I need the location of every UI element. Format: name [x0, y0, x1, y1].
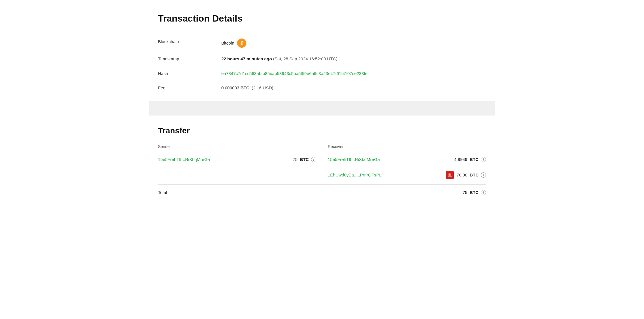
receiver1-address[interactable]: 15e5FrehT9...RiXbqMreGa — [328, 156, 380, 163]
timestamp-row: Timestamp 22 hours 47 minutes ago (Sat, … — [158, 52, 486, 66]
receiver2-amount: 🚨 70.00 BTC i — [446, 171, 486, 179]
transfer-title: Transfer — [158, 125, 486, 137]
timestamp-value: 22 hours 47 minutes ago (Sat, 28 Sep 202… — [221, 56, 486, 62]
receiver2-amount-value: 70.00 — [457, 172, 468, 178]
bitcoin-symbol: ₿ — [241, 40, 243, 47]
sender-header: Sender — [158, 144, 316, 152]
page-title: Transaction Details — [158, 11, 486, 25]
hash-link[interactable]: ea7847c7d1cc563abfb85eab53943c5ba5f59e6a… — [221, 71, 367, 76]
hash-label: Hash — [158, 70, 221, 77]
total-amount-value: 75 — [462, 189, 467, 196]
fee-btc: 0.000033 — [221, 85, 239, 90]
hash-value-container: ea7847c7d1cc563abfb85eab53943c5ba5f59e6a… — [221, 70, 486, 77]
receiver2-row: 1EhUwd8yEa...LPrnrQFsPL 🚨 70.00 BTC i — [328, 167, 486, 183]
transfer-section: Transfer Sender 15e5FrehT9...RiXbqMreGa … — [158, 125, 486, 201]
blockchain-label: Blockchain — [158, 39, 221, 45]
sender-amount: 75 BTC i — [293, 156, 316, 163]
section-divider — [149, 101, 495, 116]
total-amount-unit: BTC — [470, 189, 479, 196]
receiver1-amount: 4.9949 BTC i — [454, 156, 486, 163]
receiver2-info-icon[interactable]: i — [481, 172, 486, 178]
hash-row: Hash ea7847c7d1cc563abfb85eab53943c5ba5f… — [158, 66, 486, 81]
sender-amount-value: 75 — [293, 156, 298, 163]
receiver-column: Receiver 15e5FrehT9...RiXbqMreGa 4.9949 … — [322, 144, 486, 184]
receiver1-amount-unit: BTC — [470, 156, 479, 163]
receiver-rows: 15e5FrehT9...RiXbqMreGa 4.9949 BTC i 1Eh… — [328, 152, 486, 184]
timestamp-absolute: (Sat, 28 Sep 2024 16:52:09 UTC) — [273, 56, 337, 61]
timestamp-relative: 22 hours 47 minutes ago — [221, 56, 272, 61]
blockchain-row: Blockchain Bitcoin ₿ — [158, 34, 486, 52]
total-row: Total 75 BTC i — [158, 185, 486, 201]
fee-value: 0.000033 BTC (2.16 USD) — [221, 85, 486, 91]
details-section: Blockchain Bitcoin ₿ Timestamp 22 hours … — [158, 34, 486, 95]
blockchain-content: Bitcoin ₿ — [221, 39, 486, 48]
total-info-icon[interactable]: i — [481, 190, 486, 195]
fee-row: Fee 0.000033 BTC (2.16 USD) — [158, 81, 486, 95]
sender-address[interactable]: 15e5FrehT9...RiXbqMreGa — [158, 156, 210, 163]
receiver1-row: 15e5FrehT9...RiXbqMreGa 4.9949 BTC i — [328, 152, 486, 167]
transfer-grid: Sender 15e5FrehT9...RiXbqMreGa 75 BTC i … — [158, 144, 486, 184]
receiver-header: Receiver — [328, 144, 486, 152]
page-container: Transaction Details Blockchain Bitcoin ₿… — [149, 0, 495, 212]
blockchain-value: Bitcoin ₿ — [221, 39, 486, 48]
sender-info-icon[interactable]: i — [311, 157, 316, 162]
fee-label: Fee — [158, 85, 221, 91]
alert-icon: 🚨 — [446, 171, 454, 179]
sender-column: Sender 15e5FrehT9...RiXbqMreGa 75 BTC i — [158, 144, 322, 184]
total-amount: 75 BTC i — [462, 189, 486, 196]
total-label: Total — [158, 189, 167, 196]
fee-btc-unit: BTC — [241, 85, 249, 90]
blockchain-name: Bitcoin — [221, 40, 234, 47]
sender-row: 15e5FrehT9...RiXbqMreGa 75 BTC i — [158, 152, 316, 167]
receiver2-amount-unit: BTC — [470, 172, 479, 178]
fee-usd: (2.16 USD) — [252, 85, 273, 90]
receiver1-info-icon[interactable]: i — [481, 157, 486, 162]
sender-amount-unit: BTC — [300, 156, 309, 163]
timestamp-label: Timestamp — [158, 56, 221, 62]
receiver2-address[interactable]: 1EhUwd8yEa...LPrnrQFsPL — [328, 172, 382, 178]
receiver1-amount-value: 4.9949 — [454, 156, 467, 163]
bitcoin-icon: ₿ — [237, 39, 246, 48]
